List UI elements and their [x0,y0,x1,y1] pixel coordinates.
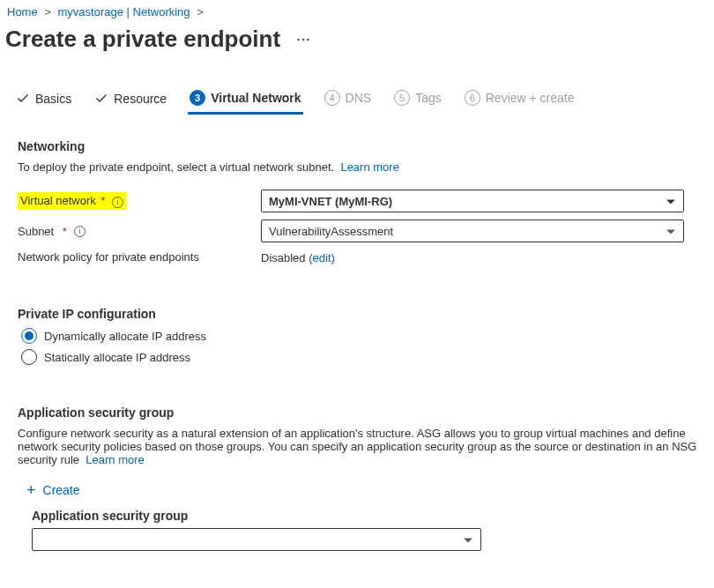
asg-field-label: Application security group [32,509,700,523]
section-heading-asg: Application security group [18,406,700,420]
virtual-network-label: Virtual network * i [18,192,261,210]
breadcrumb: Home > myvastorage | Networking > [5,4,709,20]
page-title: Create a private endpoint ⋯ [5,26,709,53]
network-policy-edit-link[interactable]: (edit) [309,251,335,264]
section-heading-networking: Networking [18,139,700,153]
tab-review-create[interactable]: 6 Review + create [463,85,576,115]
chevron-right-icon: > [44,5,51,19]
check-icon [16,92,30,106]
subnet-select[interactable]: VulnerabilityAssessment [261,220,684,242]
radio-icon [21,328,37,344]
tab-resource[interactable]: Resource [93,86,168,115]
plus-icon: + [26,482,36,498]
radio-static-ip[interactable]: Statically allocate IP address [21,349,700,365]
tab-tags[interactable]: 5 Tags [392,85,443,115]
more-actions-button[interactable]: ⋯ [296,31,311,48]
radio-icon [21,349,37,365]
step-number-badge: 6 [465,90,480,106]
chevron-right-icon: > [197,5,204,19]
radio-dynamic-ip[interactable]: Dynamically allocate IP address [21,328,700,344]
virtual-network-select[interactable]: MyMI-VNET (MyMI-RG) [261,190,684,212]
asg-learn-more-link[interactable]: Learn more [86,453,144,466]
networking-learn-more-link[interactable]: Learn more [340,160,398,174]
asg-description: Configure network security as a natural … [18,427,700,466]
step-number-badge: 5 [394,90,410,106]
tab-virtual-network[interactable]: 3 Virtual Network [188,85,302,115]
section-heading-ipconfig: Private IP configuration [18,307,700,321]
check-icon [94,92,108,106]
subnet-label: Subnet * i [18,225,261,238]
networking-description: To deploy the private endpoint, select a… [18,160,700,174]
asg-select[interactable] [32,528,481,551]
step-number-badge: 3 [190,90,205,106]
wizard-tabs: Basics Resource 3 Virtual Network 4 DNS … [5,85,709,115]
step-number-badge: 4 [324,90,340,106]
info-icon[interactable]: i [74,226,86,237]
network-policy-value: Disabled (edit) [261,249,684,264]
network-policy-label: Network policy for private endpoints [18,250,261,264]
info-icon[interactable]: i [112,197,123,208]
asg-create-button[interactable]: + Create [26,482,700,498]
tab-dns[interactable]: 4 DNS [323,85,374,115]
breadcrumb-home[interactable]: Home [7,5,38,19]
breadcrumb-storage-networking[interactable]: myvastorage | Networking [58,5,190,19]
tab-basics[interactable]: Basics [14,86,73,115]
